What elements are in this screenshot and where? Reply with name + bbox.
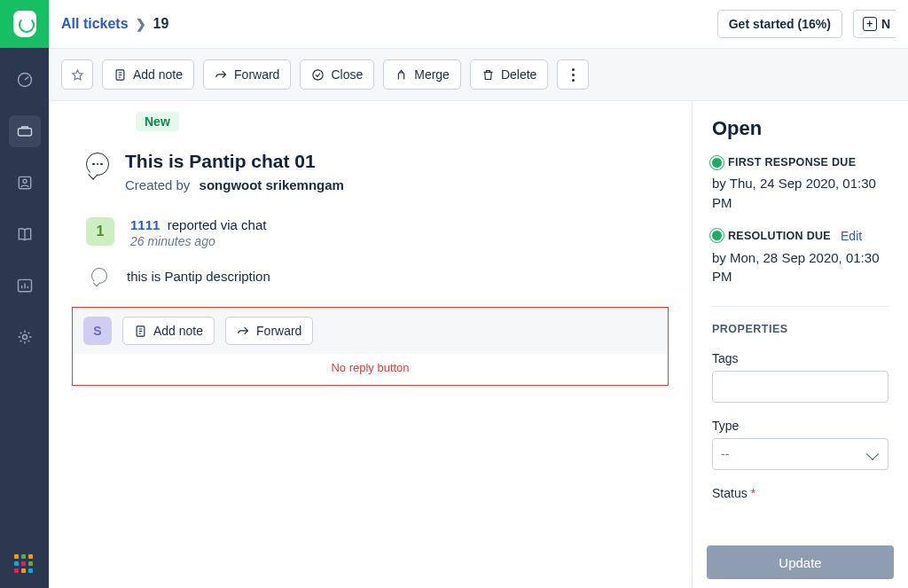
ticket-toolbar: Add note Forward Close Merge Delete	[49, 48, 908, 101]
left-nav-rail	[0, 48, 49, 588]
reporter-line: 1111 reported via chat	[130, 217, 266, 232]
page-header: All tickets ❯ 19 Get started (16%) + N	[49, 0, 908, 48]
reply-action-bar: S Add note Forward	[73, 308, 668, 354]
created-by-label: Created by	[125, 177, 190, 192]
star-button[interactable]	[61, 59, 93, 90]
close-label: Close	[331, 67, 363, 82]
book-icon	[16, 225, 34, 243]
ticket-creator[interactable]: songwoot srikemngam	[200, 177, 344, 192]
apps-launcher[interactable]	[14, 554, 35, 576]
more-actions-button[interactable]	[557, 59, 589, 90]
nav-tickets[interactable]	[9, 115, 41, 147]
delete-label: Delete	[501, 67, 536, 82]
reporter-name[interactable]: 1111	[130, 217, 160, 232]
nav-contacts[interactable]	[9, 167, 41, 199]
first-response-label: FIRST RESPONSE DUE	[728, 156, 856, 169]
close-button[interactable]: Close	[300, 59, 374, 90]
chevron-right-icon: ❯	[136, 17, 146, 31]
divider	[712, 306, 888, 307]
nav-solutions[interactable]	[9, 218, 41, 250]
add-note-label: Add note	[133, 67, 183, 82]
brand-logo[interactable]	[0, 0, 49, 48]
inline-add-note-label: Add note	[153, 324, 203, 338]
inline-forward-button[interactable]: Forward	[225, 317, 313, 345]
ticket-main: New This is Pantip chat 01 Created by so…	[49, 101, 692, 588]
headset-icon	[13, 11, 36, 37]
nav-admin[interactable]	[9, 321, 41, 353]
status-dot-icon	[712, 231, 722, 240]
resolution-label: RESOLUTION DUE	[728, 230, 831, 242]
forward-label: Forward	[234, 67, 279, 82]
inline-add-note-button[interactable]: Add note	[122, 317, 215, 345]
add-note-button[interactable]: Add note	[102, 59, 194, 90]
status-dot-icon	[712, 158, 722, 168]
breadcrumb-root[interactable]: All tickets	[61, 16, 129, 32]
delete-button[interactable]: Delete	[470, 59, 548, 90]
svg-rect-1	[18, 129, 31, 136]
plus-icon: +	[863, 17, 877, 31]
trash-icon	[481, 68, 495, 82]
first-response-time: by Thu, 24 Sep 2020, 01:30 PM	[712, 174, 888, 213]
ticket-title: This is Pantip chat 01	[125, 151, 344, 172]
type-select[interactable]: --	[712, 438, 888, 470]
merge-icon	[395, 68, 408, 82]
ticket-icon	[16, 122, 34, 140]
properties-heading: PROPERTIES	[712, 323, 888, 335]
reported-via: reported via chat	[168, 217, 267, 232]
annotation-box: S Add note Forward No reply button	[72, 307, 669, 386]
edit-resolution-link[interactable]: Edit	[841, 229, 862, 243]
person-icon	[16, 174, 34, 192]
new-button[interactable]: + N	[853, 10, 896, 38]
inline-forward-label: Forward	[256, 324, 301, 338]
get-started-button[interactable]: Get started (16%)	[717, 10, 842, 38]
ticket-created-by: Created by songwoot srikemngam	[125, 177, 344, 192]
note-icon	[114, 68, 127, 82]
annotation-text: No reply button	[73, 361, 668, 374]
svg-point-5	[22, 335, 27, 340]
message-time: 26 minutes ago	[130, 234, 266, 248]
forward-button[interactable]: Forward	[203, 59, 291, 90]
required-icon: *	[751, 486, 755, 500]
status-badge-new: New	[136, 112, 179, 131]
svg-point-7	[313, 69, 323, 79]
ticket-description: this is Pantip description	[127, 269, 270, 284]
breadcrumb-ticket-id: 19	[153, 16, 169, 32]
forward-icon	[215, 68, 228, 82]
agent-avatar: S	[83, 317, 112, 345]
status-label: Status*	[712, 486, 888, 500]
forward-icon	[237, 325, 250, 338]
gear-icon	[16, 328, 34, 346]
status-heading: Open	[712, 117, 888, 140]
merge-label: Merge	[414, 67, 450, 82]
new-button-label: N	[881, 17, 890, 31]
bar-chart-icon	[16, 277, 34, 294]
nav-analytics[interactable]	[9, 270, 41, 302]
star-icon	[71, 68, 84, 82]
kebab-icon	[572, 68, 575, 82]
chat-icon	[86, 153, 109, 176]
update-button[interactable]: Update	[707, 545, 894, 579]
resolution-time: by Mon, 28 Sep 2020, 01:30 PM	[712, 248, 888, 287]
merge-button[interactable]: Merge	[383, 59, 461, 90]
gauge-icon	[16, 71, 34, 89]
chat-bubble-icon	[91, 268, 107, 284]
type-value: --	[721, 447, 729, 461]
ticket-sidebar: Open FIRST RESPONSE DUE by Thu, 24 Sep 2…	[692, 101, 908, 588]
reporter-avatar: 1	[86, 217, 114, 246]
tags-label: Tags	[712, 351, 888, 365]
nav-dashboard[interactable]	[9, 64, 41, 96]
tags-input[interactable]	[712, 371, 888, 403]
svg-point-3	[22, 179, 26, 183]
note-icon	[134, 325, 147, 338]
check-circle-icon	[311, 68, 325, 82]
breadcrumb: All tickets ❯ 19	[61, 16, 168, 32]
type-label: Type	[712, 419, 888, 433]
chevron-down-icon	[866, 448, 879, 460]
